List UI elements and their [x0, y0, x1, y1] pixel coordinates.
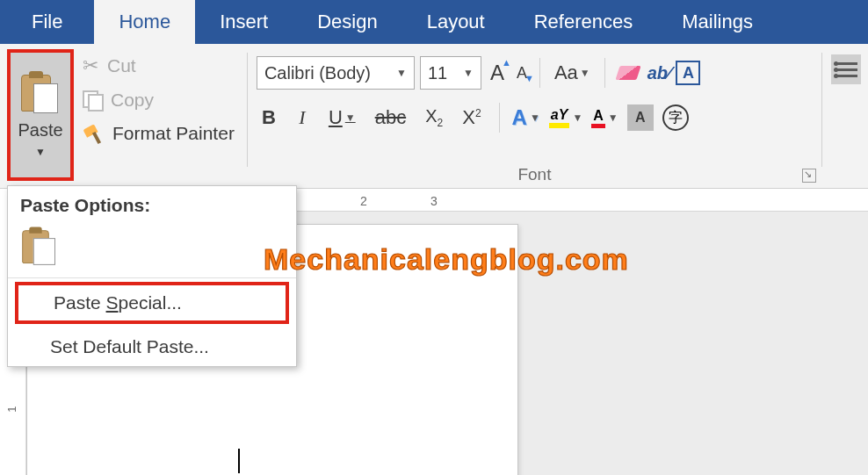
subscript-button[interactable]: X2 — [420, 104, 448, 131]
paste-menu: Paste Options: Paste Special... Set Defa… — [7, 185, 297, 367]
paintbrush-icon — [83, 123, 104, 144]
tab-design[interactable]: Design — [293, 0, 401, 44]
chevron-down-icon: ▼ — [35, 146, 46, 158]
text-cursor — [238, 449, 240, 473]
ribbon-tabs: File Home Insert Design Layout Reference… — [0, 0, 868, 44]
phonetic-guide-button[interactable]: ab⁄ — [647, 63, 671, 83]
paste-keep-source-button[interactable] — [20, 227, 61, 267]
italic-button[interactable]: I — [290, 104, 315, 131]
ruler-tick: 3 — [430, 194, 438, 208]
enclose-characters-button[interactable]: 字 — [662, 104, 689, 131]
underline-button[interactable]: U▼ — [323, 104, 361, 131]
grow-font-button[interactable]: A▲ — [487, 59, 508, 87]
group-font: Calibri (Body) ▼ 11 ▼ A▲ A▼ Aa▼ ab⁄ A B … — [248, 49, 821, 188]
bullets-button[interactable] — [831, 54, 861, 84]
chevron-down-icon: ▼ — [463, 67, 474, 79]
tab-layout[interactable]: Layout — [402, 0, 510, 44]
font-color-button[interactable]: A▼ — [591, 108, 618, 128]
font-dialog-launcher[interactable] — [802, 169, 816, 183]
text-effects-button[interactable]: A▼ — [512, 105, 540, 130]
shrink-font-button[interactable]: A▼ — [513, 62, 531, 84]
bold-button[interactable]: B — [257, 104, 281, 131]
font-name-value: Calibri (Body) — [264, 63, 371, 83]
tab-file[interactable]: File — [0, 0, 94, 44]
character-border-button[interactable]: A — [676, 61, 700, 85]
superscript-button[interactable]: X2 — [457, 104, 486, 131]
tab-insert[interactable]: Insert — [195, 0, 293, 44]
copy-label: Copy — [111, 90, 154, 111]
scissors-icon: ✂ — [83, 54, 98, 77]
eraser-icon — [615, 66, 640, 80]
font-size-combo[interactable]: 11 ▼ — [420, 56, 481, 90]
copy-button[interactable]: Copy — [83, 90, 235, 111]
copy-icon — [83, 90, 102, 110]
change-case-button[interactable]: Aa▼ — [549, 60, 596, 86]
font-size-value: 11 — [428, 63, 447, 83]
group-clipboard: Paste ▼ ✂ Cut Copy Format Painter — [7, 49, 247, 188]
group-paragraph — [822, 49, 861, 188]
ribbon: Paste ▼ ✂ Cut Copy Format Painter Calibr… — [0, 44, 868, 189]
mini-separator — [604, 58, 605, 88]
strikethrough-button[interactable]: abc — [370, 104, 411, 131]
font-group-label: Font — [517, 165, 551, 184]
cut-label: Cut — [107, 55, 136, 76]
format-painter-label: Format Painter — [112, 123, 235, 144]
paste-special-item[interactable]: Paste Special... — [15, 282, 289, 324]
paste-split-button[interactable]: Paste ▼ — [7, 49, 74, 181]
set-default-paste-item[interactable]: Set Default Paste... — [8, 327, 296, 366]
paste-label: Paste — [18, 120, 62, 140]
ruler-tick: 2 — [360, 194, 367, 208]
tab-home[interactable]: Home — [94, 0, 195, 44]
paste-options-header: Paste Options: — [8, 186, 296, 223]
font-name-combo[interactable]: Calibri (Body) ▼ — [257, 56, 415, 90]
character-shading-button[interactable]: A — [627, 104, 654, 131]
paste-icon — [21, 73, 60, 115]
cut-button[interactable]: ✂ Cut — [83, 54, 235, 77]
mini-separator — [499, 103, 500, 133]
menu-separator — [8, 277, 296, 278]
mini-separator — [539, 58, 540, 88]
tab-mailings[interactable]: Mailings — [657, 0, 778, 44]
highlight-button[interactable]: aY▼ — [549, 107, 582, 128]
clear-formatting-button[interactable] — [614, 59, 642, 87]
clipboard-actions: ✂ Cut Copy Format Painter — [83, 49, 235, 188]
ruler-tick: 1 — [5, 401, 18, 417]
chevron-down-icon: ▼ — [396, 67, 407, 79]
tab-references[interactable]: References — [510, 0, 658, 44]
format-painter-button[interactable]: Format Painter — [83, 123, 235, 144]
